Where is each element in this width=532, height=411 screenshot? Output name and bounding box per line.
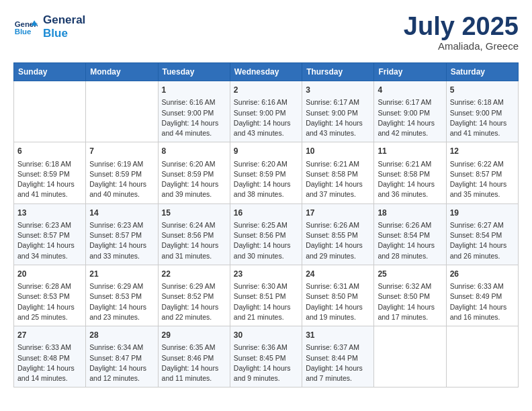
day-info: Sunset: 8:50 PM bbox=[378, 291, 442, 302]
day-info: Sunrise: 6:34 AM bbox=[89, 342, 154, 353]
weekday-header-monday: Monday bbox=[86, 63, 158, 81]
day-info: Sunrise: 6:33 AM bbox=[450, 281, 515, 291]
calendar-cell: 29Sunrise: 6:35 AMSunset: 8:46 PMDayligh… bbox=[158, 326, 230, 387]
calendar-cell: 20Sunrise: 6:28 AMSunset: 8:53 PMDayligh… bbox=[14, 265, 86, 326]
day-info: Daylight: 14 hours and 43 minutes. bbox=[234, 118, 298, 138]
day-number: 19 bbox=[450, 208, 515, 219]
calendar-cell: 2Sunrise: 6:16 AMSunset: 9:00 PMDaylight… bbox=[230, 81, 302, 142]
day-info: Sunset: 9:00 PM bbox=[378, 108, 442, 118]
day-info: Sunrise: 6:20 AM bbox=[162, 159, 226, 169]
day-number: 9 bbox=[234, 146, 298, 157]
day-number: 28 bbox=[89, 330, 154, 341]
day-info: Daylight: 14 hours and 30 minutes. bbox=[234, 240, 298, 261]
day-info: Sunrise: 6:29 AM bbox=[162, 281, 226, 291]
day-number: 14 bbox=[89, 208, 154, 219]
weekday-header-saturday: Saturday bbox=[446, 63, 518, 81]
day-info: Daylight: 14 hours and 28 minutes. bbox=[378, 240, 442, 261]
weekday-header-thursday: Thursday bbox=[302, 63, 374, 81]
day-info: Daylight: 14 hours and 17 minutes. bbox=[378, 302, 442, 322]
calendar-cell: 6Sunrise: 6:18 AMSunset: 8:59 PMDaylight… bbox=[14, 142, 86, 203]
calendar-cell: 15Sunrise: 6:24 AMSunset: 8:56 PMDayligh… bbox=[158, 203, 230, 265]
day-info: Sunset: 8:56 PM bbox=[162, 230, 226, 240]
day-info: Sunrise: 6:33 AM bbox=[17, 342, 82, 353]
day-number: 10 bbox=[306, 146, 370, 157]
day-info: Daylight: 14 hours and 44 minutes. bbox=[162, 118, 226, 138]
day-number: 27 bbox=[17, 330, 82, 341]
day-number: 8 bbox=[162, 146, 226, 157]
day-number: 13 bbox=[17, 208, 82, 219]
day-info: Sunrise: 6:21 AM bbox=[378, 159, 442, 169]
day-info: Sunrise: 6:35 AM bbox=[162, 342, 226, 353]
day-info: Sunset: 8:53 PM bbox=[89, 291, 154, 302]
day-info: Sunset: 8:50 PM bbox=[306, 291, 370, 302]
day-info: Daylight: 14 hours and 36 minutes. bbox=[378, 179, 442, 199]
calendar-week-3: 13Sunrise: 6:23 AMSunset: 8:57 PMDayligh… bbox=[14, 203, 519, 265]
day-info: Sunrise: 6:27 AM bbox=[450, 220, 515, 230]
day-info: Daylight: 14 hours and 34 minutes. bbox=[17, 240, 82, 261]
day-info: Sunset: 8:55 PM bbox=[306, 230, 370, 240]
day-number: 11 bbox=[378, 146, 442, 157]
calendar-cell bbox=[86, 81, 158, 142]
day-number: 26 bbox=[450, 269, 515, 280]
day-number: 18 bbox=[378, 208, 442, 219]
calendar-week-1: 1Sunrise: 6:16 AMSunset: 9:00 PMDaylight… bbox=[14, 81, 519, 142]
day-info: Sunset: 8:59 PM bbox=[162, 169, 226, 179]
day-info: Sunrise: 6:36 AM bbox=[234, 342, 298, 353]
day-info: Sunset: 8:52 PM bbox=[162, 291, 226, 302]
calendar-cell: 5Sunrise: 6:18 AMSunset: 9:00 PMDaylight… bbox=[446, 81, 518, 142]
day-info: Daylight: 14 hours and 26 minutes. bbox=[450, 240, 515, 261]
calendar-cell: 10Sunrise: 6:21 AMSunset: 8:58 PMDayligh… bbox=[302, 142, 374, 203]
calendar-cell: 4Sunrise: 6:17 AMSunset: 9:00 PMDaylight… bbox=[374, 81, 446, 142]
day-number: 4 bbox=[378, 85, 442, 96]
day-info: Sunrise: 6:32 AM bbox=[378, 281, 442, 291]
calendar-cell: 24Sunrise: 6:31 AMSunset: 8:50 PMDayligh… bbox=[302, 265, 374, 326]
day-info: Sunset: 8:54 PM bbox=[450, 230, 515, 240]
day-info: Sunset: 8:47 PM bbox=[89, 353, 154, 363]
calendar-cell: 14Sunrise: 6:23 AMSunset: 8:57 PMDayligh… bbox=[86, 203, 158, 265]
calendar-cell: 25Sunrise: 6:32 AMSunset: 8:50 PMDayligh… bbox=[374, 265, 446, 326]
day-number: 25 bbox=[378, 269, 442, 280]
weekday-header-friday: Friday bbox=[374, 63, 446, 81]
calendar-cell: 26Sunrise: 6:33 AMSunset: 8:49 PMDayligh… bbox=[446, 265, 518, 326]
day-info: Sunset: 8:44 PM bbox=[306, 353, 370, 363]
day-info: Daylight: 14 hours and 38 minutes. bbox=[234, 179, 298, 199]
day-info: Sunrise: 6:18 AM bbox=[17, 159, 82, 169]
calendar-cell bbox=[14, 81, 86, 142]
calendar-week-2: 6Sunrise: 6:18 AMSunset: 8:59 PMDaylight… bbox=[14, 142, 519, 203]
day-info: Daylight: 14 hours and 33 minutes. bbox=[89, 240, 154, 261]
calendar-cell bbox=[374, 326, 446, 387]
calendar-cell: 23Sunrise: 6:30 AMSunset: 8:51 PMDayligh… bbox=[230, 265, 302, 326]
location: Amaliada, Greece bbox=[404, 40, 519, 52]
day-number: 21 bbox=[89, 269, 154, 280]
logo: General Blue General Blue bbox=[13, 13, 85, 40]
day-info: Sunset: 8:48 PM bbox=[17, 353, 82, 363]
day-info: Daylight: 14 hours and 41 minutes. bbox=[17, 179, 82, 199]
day-info: Sunrise: 6:29 AM bbox=[89, 281, 154, 291]
day-info: Daylight: 14 hours and 16 minutes. bbox=[450, 302, 515, 322]
calendar-cell: 22Sunrise: 6:29 AMSunset: 8:52 PMDayligh… bbox=[158, 265, 230, 326]
day-info: Sunrise: 6:19 AM bbox=[89, 159, 154, 169]
calendar-cell: 7Sunrise: 6:19 AMSunset: 8:59 PMDaylight… bbox=[86, 142, 158, 203]
day-info: Sunrise: 6:26 AM bbox=[306, 220, 370, 230]
day-info: Daylight: 14 hours and 14 minutes. bbox=[17, 363, 82, 383]
day-number: 23 bbox=[234, 269, 298, 280]
day-info: Daylight: 14 hours and 12 minutes. bbox=[89, 363, 154, 383]
day-info: Daylight: 14 hours and 9 minutes. bbox=[234, 363, 298, 383]
day-info: Sunset: 9:00 PM bbox=[162, 108, 226, 118]
day-info: Sunrise: 6:30 AM bbox=[234, 281, 298, 291]
day-info: Sunrise: 6:20 AM bbox=[234, 159, 298, 169]
calendar-cell: 12Sunrise: 6:22 AMSunset: 8:57 PMDayligh… bbox=[446, 142, 518, 203]
day-info: Sunrise: 6:18 AM bbox=[450, 97, 515, 107]
day-info: Daylight: 14 hours and 25 minutes. bbox=[17, 302, 82, 322]
day-info: Sunset: 8:53 PM bbox=[17, 291, 82, 302]
day-info: Daylight: 14 hours and 35 minutes. bbox=[450, 179, 515, 199]
day-info: Sunset: 9:00 PM bbox=[306, 108, 370, 118]
day-number: 7 bbox=[89, 146, 154, 157]
day-info: Sunset: 8:58 PM bbox=[306, 169, 370, 179]
day-number: 22 bbox=[162, 269, 226, 280]
day-info: Daylight: 14 hours and 37 minutes. bbox=[306, 179, 370, 199]
day-info: Daylight: 14 hours and 22 minutes. bbox=[162, 302, 226, 322]
day-info: Sunset: 8:59 PM bbox=[234, 169, 298, 179]
calendar-cell: 31Sunrise: 6:37 AMSunset: 8:44 PMDayligh… bbox=[302, 326, 374, 387]
calendar-week-5: 27Sunrise: 6:33 AMSunset: 8:48 PMDayligh… bbox=[14, 326, 519, 387]
